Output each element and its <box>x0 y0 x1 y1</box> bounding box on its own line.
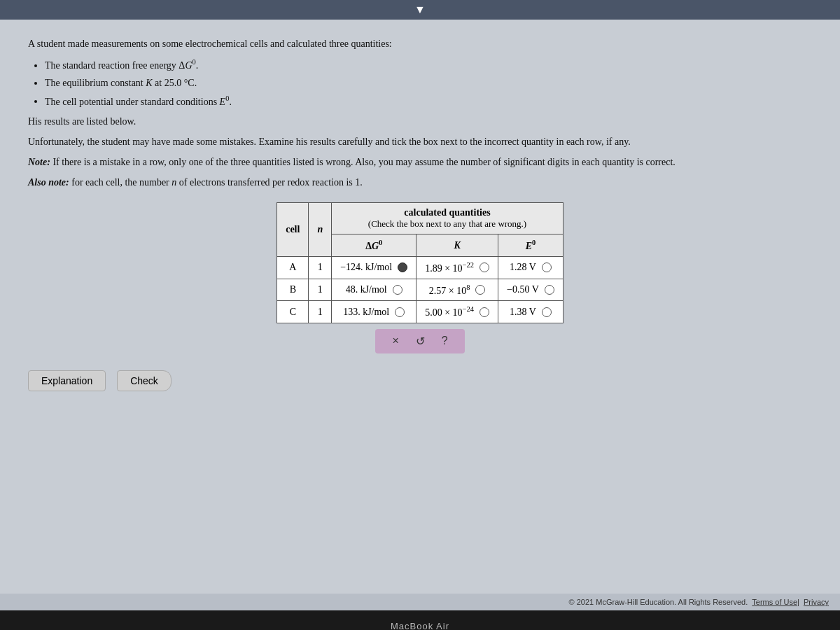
cell-n-A: 1 <box>309 256 332 279</box>
chevron-down-icon[interactable]: ▼ <box>414 4 426 16</box>
footer-bar: © 2021 McGraw-Hill Education. All Rights… <box>0 594 840 610</box>
top-bar: ▼ <box>0 0 840 20</box>
bottom-bar: MacBook Air <box>0 610 840 630</box>
cell-label-C: C <box>277 301 309 323</box>
radio-E-A[interactable] <box>542 262 552 272</box>
deltaG-B-value: 48. kJ/mol <box>346 284 387 295</box>
bullet-item-2: The equilibrium constant K at 25.0 °C. <box>45 76 812 90</box>
deltaG-C-value: 133. kJ/mol <box>343 307 389 318</box>
note-line: Note: If there is a mistake in a row, on… <box>28 155 812 169</box>
problem-intro: A student made measurements on some elec… <box>28 36 812 190</box>
calculated-quantities-header: calculated quantities (Check the box nex… <box>332 203 564 234</box>
radio-deltaG-C[interactable] <box>395 307 405 317</box>
explanation-button[interactable]: Explanation <box>28 370 106 391</box>
E-A-value: 1.28 V <box>510 262 536 273</box>
bullet-item-3: The cell potential under standard condit… <box>45 93 812 109</box>
cell-n-B: 1 <box>309 279 332 301</box>
icon-row: × ↺ ? <box>375 329 464 354</box>
K-A-value: 1.89 × 10−22 <box>425 261 474 274</box>
results-line: His results are listed below. <box>28 114 812 129</box>
radio-deltaG-B[interactable] <box>393 285 402 295</box>
also-note-line: Also note: for each cell, the number n o… <box>28 175 812 190</box>
intro-text: A student made measurements on some elec… <box>28 36 812 51</box>
col-header-n: n <box>309 203 332 257</box>
terms-link[interactable]: Terms of Use <box>752 598 797 606</box>
footer-separator: | <box>797 598 799 606</box>
radio-K-B[interactable] <box>475 285 485 295</box>
E-C-value: 1.38 V <box>510 307 536 318</box>
bullet-item-1: The standard reaction free energy ΔG0. <box>45 57 812 73</box>
cell-K-B: 2.57 × 108 <box>416 279 498 301</box>
cell-label-B: B <box>277 279 309 301</box>
cell-deltaG-A: −124. kJ/mol <box>332 256 416 279</box>
radio-K-C[interactable] <box>479 307 489 317</box>
radio-K-A[interactable] <box>479 262 489 272</box>
radio-E-C[interactable] <box>542 307 552 317</box>
K-C-value: 5.00 × 10−24 <box>425 305 474 318</box>
action-bar: Explanation Check <box>28 370 812 397</box>
radio-deltaG-A[interactable] <box>398 262 407 272</box>
mistake-line: Unfortunately, the student may have made… <box>28 134 812 149</box>
col-header-cell: cell <box>277 203 309 257</box>
table-row: B 1 48. kJ/mol 2.57 × 108 <box>277 279 564 301</box>
cell-label-A: A <box>277 256 309 279</box>
device-label: MacBook Air <box>391 621 449 631</box>
bullet-list: The standard reaction free energy ΔG0. T… <box>45 57 812 108</box>
cell-deltaG-C: 133. kJ/mol <box>332 301 416 323</box>
data-table: cell n calculated quantities (Check the … <box>276 202 564 323</box>
cell-K-A: 1.89 × 10−22 <box>416 256 498 279</box>
main-content: A student made measurements on some elec… <box>0 20 840 594</box>
K-B-value: 2.57 × 108 <box>429 284 470 297</box>
deltaG-A-value: −124. kJ/mol <box>340 262 392 273</box>
cell-n-C: 1 <box>309 301 332 323</box>
col-header-E: E0 <box>498 234 564 257</box>
table-row: C 1 133. kJ/mol 5.00 × 10−24 <box>277 301 564 323</box>
undo-button[interactable]: ↺ <box>413 333 428 349</box>
col-header-K: K <box>416 234 498 257</box>
privacy-link[interactable]: Privacy <box>804 598 829 606</box>
cell-E-C: 1.38 V <box>498 301 564 323</box>
E-B-value: −0.50 V <box>507 284 539 295</box>
copyright-text: © 2021 McGraw-Hill Education. All Rights… <box>569 598 748 606</box>
table-row: A 1 −124. kJ/mol 1.89 × 10−22 <box>277 256 564 279</box>
help-button[interactable]: ? <box>439 333 451 349</box>
table-container: cell n calculated quantities (Check the … <box>28 202 812 354</box>
col-header-deltaG: ΔG0 <box>332 234 416 257</box>
cell-K-C: 5.00 × 10−24 <box>416 301 498 323</box>
clear-button[interactable]: × <box>389 333 401 349</box>
radio-E-B[interactable] <box>545 285 554 295</box>
check-button[interactable]: Check <box>117 370 172 391</box>
cell-E-A: 1.28 V <box>498 256 564 279</box>
cell-deltaG-B: 48. kJ/mol <box>332 279 416 301</box>
cell-E-B: −0.50 V <box>498 279 564 301</box>
